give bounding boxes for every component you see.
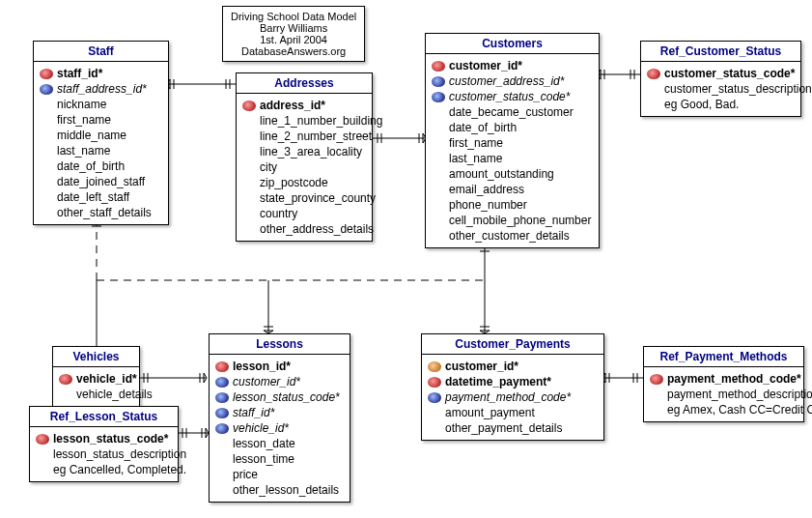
entity-staff: Staff staff_id* staff_address_id* nickna… bbox=[33, 41, 169, 225]
pk-icon bbox=[40, 69, 53, 79]
pf-icon bbox=[428, 361, 441, 372]
entity-vehicles: Vehicles vehicle_id* vehicle_details bbox=[52, 346, 140, 407]
pk-icon bbox=[36, 434, 49, 445]
pk-icon bbox=[215, 361, 229, 372]
pk-icon bbox=[242, 101, 256, 111]
pk-icon bbox=[59, 374, 72, 385]
entity-addresses: Addresses address_id* line_1_number_buil… bbox=[236, 72, 373, 242]
entity-ref-payment-methods: Ref_Payment_Methods payment_method_code*… bbox=[643, 346, 804, 422]
entity-ref-lesson-status: Ref_Lesson_Status lesson_status_code* le… bbox=[29, 406, 179, 482]
entity-customer-payments: Customer_Payments customer_id* datetime_… bbox=[421, 333, 604, 441]
fk-icon bbox=[215, 423, 229, 434]
fk-icon bbox=[215, 377, 229, 388]
pk-icon bbox=[428, 377, 441, 388]
fk-icon bbox=[215, 392, 229, 403]
fk-icon bbox=[432, 92, 445, 102]
pk-icon bbox=[650, 374, 663, 385]
title-box: Driving School Data ModelBarry Williams1… bbox=[222, 6, 365, 62]
fk-icon bbox=[432, 76, 445, 87]
entity-ref-customer-status: Ref_Customer_Status customer_status_code… bbox=[640, 41, 801, 117]
pk-icon bbox=[432, 61, 445, 72]
entity-lessons: Lessons lesson_id* customer_id* lesson_s… bbox=[209, 333, 350, 503]
fk-icon bbox=[428, 392, 441, 403]
pk-icon bbox=[647, 69, 660, 79]
entity-customers: Customers customer_id* customer_address_… bbox=[425, 33, 600, 248]
fk-icon bbox=[215, 408, 229, 418]
fk-icon bbox=[40, 84, 53, 95]
